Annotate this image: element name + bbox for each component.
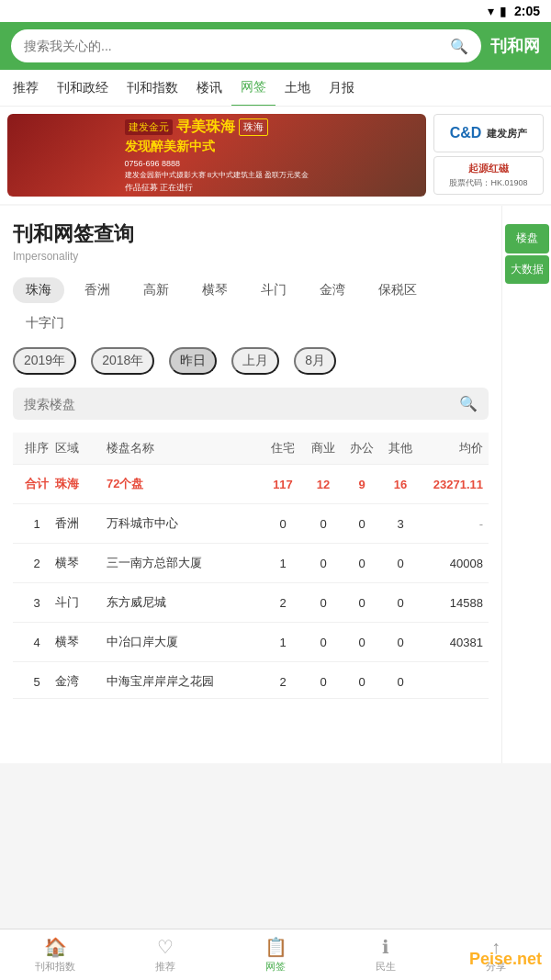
side-btn-bigdata[interactable]: 大数据 (505, 255, 549, 285)
row5-seq: 5 (18, 675, 55, 689)
date-chip-aug[interactable]: 8月 (294, 347, 336, 375)
banner-area: 建发金元 寻美珠海 珠海 发现醉美新中式 0756-696 8888 建发金园新… (0, 107, 551, 204)
banner-subtitle: 发现醉美新中式 (125, 139, 309, 155)
row1-commercial: 0 (303, 517, 343, 531)
banner-right: C&D 建发房产 起源红磁 股票代码：HK.01908 (433, 114, 544, 197)
row1-other: 3 (380, 517, 421, 531)
header: 🔍 刊和网 (0, 22, 551, 70)
row5-other: 0 (380, 675, 421, 689)
area-chip-doumen[interactable]: 斗门 (248, 277, 299, 303)
row3-seq: 3 (18, 596, 55, 610)
battery-icon: ▮ (500, 4, 507, 18)
banner-brand-bottom[interactable]: 起源红磁 股票代码：HK.01908 (433, 156, 544, 195)
total-seq: 合计 (18, 476, 55, 492)
row1-price: - (421, 517, 483, 531)
row3-name: 东方威尼城 (107, 594, 263, 611)
brand-name2: 起源红磁 (449, 162, 527, 175)
area-chip-jinwan[interactable]: 金湾 (307, 277, 358, 303)
total-residential: 117 (263, 478, 303, 491)
row4-commercial: 0 (303, 636, 343, 649)
col-header-office: 办公 (343, 440, 380, 456)
heart-icon: ♡ (157, 936, 174, 958)
row5-area: 金湾 (55, 673, 107, 690)
table-row-total: 合计 珠海 72个盘 117 12 9 16 23271.11 (13, 465, 489, 504)
clock: 2:05 (514, 4, 540, 18)
date-chip-2018[interactable]: 2018年 (91, 347, 154, 375)
date-chip-lastmonth[interactable]: 上月 (231, 347, 279, 375)
content-area: 刊和网签查询 Impersonality 珠海 香洲 高新 横琴 斗门 金湾 保… (0, 206, 551, 763)
property-search-bar[interactable]: 🔍 (13, 388, 489, 420)
share-icon: ↑ (491, 937, 500, 958)
table-row-1[interactable]: 1 香洲 万科城市中心 0 0 0 3 - (13, 504, 489, 544)
date-chip-yesterday[interactable]: 昨日 (169, 347, 217, 375)
property-search-input[interactable] (24, 397, 459, 411)
area-chip-baoshuiqu[interactable]: 保税区 (365, 277, 430, 303)
page-subtitle: Impersonality (13, 250, 489, 263)
header-logo: 刊和网 (490, 35, 540, 57)
banner-desc2: 作品征募 正在进行 (125, 182, 309, 194)
search-bar-icon: 🔍 (459, 395, 478, 412)
tab-politics[interactable]: 刊和政经 (48, 70, 118, 107)
bottom-nav-share[interactable]: ↑ 分享 (441, 929, 551, 980)
brand-name1: 建发房产 (487, 127, 527, 141)
cd-logo: C&D (450, 125, 482, 141)
row1-area: 香洲 (55, 515, 107, 532)
table-row-4[interactable]: 4 横琴 中冶口岸大厦 1 0 0 0 40381 (13, 623, 489, 662)
row2-area: 横琴 (55, 555, 107, 571)
bottom-nav-share-label: 分享 (486, 960, 506, 974)
side-panel: 楼盘 大数据 (501, 206, 551, 763)
area-chip-hengqin[interactable]: 横琴 (189, 277, 241, 303)
search-input[interactable] (24, 39, 450, 53)
table-row-2[interactable]: 2 横琴 三一南方总部大厦 1 0 0 0 40008 (13, 544, 489, 583)
tab-recommend[interactable]: 推荐 (4, 70, 48, 107)
row3-commercial: 0 (303, 596, 343, 610)
table-header: 排序 区域 楼盘名称 住宅 商业 办公 其他 均价 (13, 433, 489, 465)
tab-netsign[interactable]: 网签 (231, 70, 276, 107)
banner-brand-top[interactable]: C&D 建发房产 (433, 114, 544, 152)
bottom-nav-netsign[interactable]: 📋 网签 (220, 929, 331, 980)
banner-left[interactable]: 建发金元 寻美珠海 珠海 发现醉美新中式 0756-696 8888 建发金园新… (7, 114, 426, 197)
total-commercial: 12 (303, 478, 343, 491)
bottom-nav-civil[interactable]: ℹ 民生 (331, 929, 441, 980)
page-title: 刊和网签查询 (13, 220, 489, 248)
area-chip-zhuhai[interactable]: 珠海 (13, 277, 64, 303)
search-box[interactable]: 🔍 (11, 29, 481, 62)
bottom-nav-recommend[interactable]: ♡ 推荐 (110, 929, 220, 980)
tab-news[interactable]: 楼讯 (187, 70, 231, 107)
row2-other: 0 (380, 557, 421, 570)
row2-commercial: 0 (303, 557, 343, 570)
area-chip-xiangzhou[interactable]: 香洲 (72, 277, 123, 303)
total-name: 72个盘 (107, 476, 263, 492)
tab-land[interactable]: 土地 (276, 70, 320, 107)
row4-seq: 4 (18, 636, 55, 649)
tab-monthly[interactable]: 月报 (320, 70, 364, 107)
table-row-5[interactable]: 5 金湾 中海宝岸岸岸之花园 2 0 0 0 (13, 662, 489, 699)
col-header-other: 其他 (380, 440, 421, 456)
bottom-nav-index[interactable]: 🏠 刊和指数 (0, 929, 110, 980)
bottom-nav: 🏠 刊和指数 ♡ 推荐 📋 网签 ℹ 民生 ↑ 分享 Peise.net (0, 929, 551, 980)
col-header-name: 楼盘名称 (107, 440, 263, 456)
main-content: 刊和网签查询 Impersonality 珠海 香洲 高新 横琴 斗门 金湾 保… (0, 206, 501, 763)
row3-price: 14588 (421, 596, 483, 610)
side-btn-loupan[interactable]: 楼盘 (505, 224, 549, 253)
data-table: 排序 区域 楼盘名称 住宅 商业 办公 其他 均价 合计 珠海 72个盘 117… (13, 433, 489, 699)
banner-badge: 珠海 (239, 118, 268, 136)
netsign-icon: 📋 (264, 936, 287, 958)
row2-price: 40008 (421, 557, 483, 570)
total-price: 23271.11 (421, 478, 483, 491)
status-bar: ▾ ▮ 2:05 (0, 0, 551, 22)
col-header-commercial: 商业 (303, 440, 343, 456)
area-chip-gaoxin[interactable]: 高新 (130, 277, 182, 303)
banner-tag: 建发金元 (125, 119, 173, 135)
row2-residential: 1 (263, 557, 303, 570)
nav-tabs: 推荐 刊和政经 刊和指数 楼讯 网签 土地 月报 (0, 70, 551, 107)
area-chip-shizimen[interactable]: 十字门 (13, 310, 77, 336)
row5-name: 中海宝岸岸岸之花园 (107, 673, 263, 690)
row5-office: 0 (343, 675, 380, 689)
row4-price: 40381 (421, 636, 483, 649)
table-row-3[interactable]: 3 斗门 东方威尼城 2 0 0 0 14588 (13, 583, 489, 623)
date-chip-2019[interactable]: 2019年 (13, 347, 76, 375)
tab-index[interactable]: 刊和指数 (118, 70, 187, 107)
banner-title1: 寻美珠海 (176, 118, 235, 137)
total-area: 珠海 (55, 476, 107, 492)
